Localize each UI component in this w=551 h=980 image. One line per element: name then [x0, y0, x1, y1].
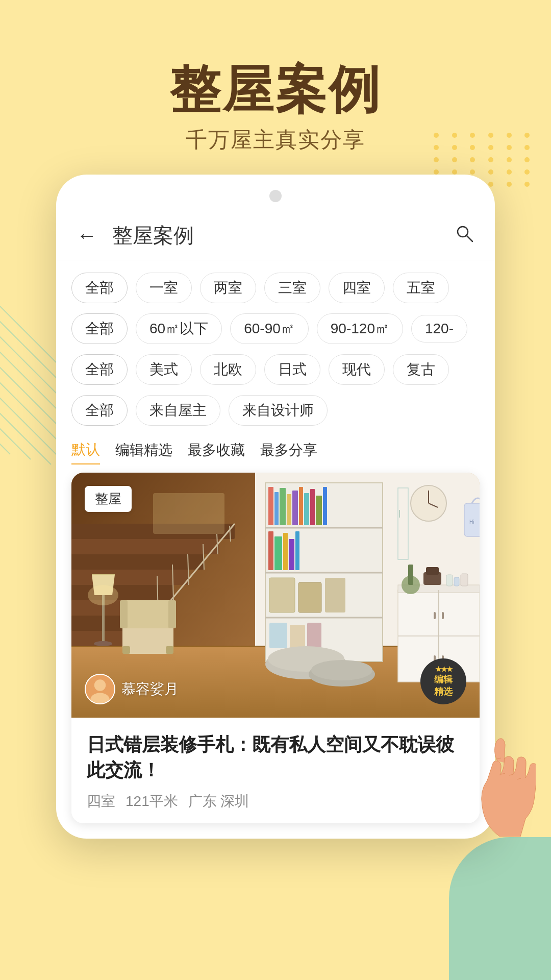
back-button[interactable]: ← — [77, 224, 97, 247]
filter-row-rooms: 全部 一室 两室 三室 四室 五室 — [71, 273, 480, 303]
phone-top-bar — [56, 190, 495, 211]
svg-rect-81 — [454, 577, 459, 586]
card-content: 日式错层装修手札：既有私人空间又不耽误彼此交流！ 四室 121平米 广东 深圳 — [71, 718, 480, 823]
sort-editor[interactable]: 编辑精选 — [115, 436, 172, 464]
svg-rect-19 — [71, 554, 204, 570]
sort-default[interactable]: 默认 — [71, 436, 100, 464]
filter-chip-120plus[interactable]: 120- — [411, 315, 467, 342]
phone-wrapper: ← 整屋案例 全部 一室 两室 三室 四室 五室 — [0, 175, 551, 839]
svg-rect-80 — [446, 575, 453, 586]
svg-rect-82 — [461, 574, 468, 586]
svg-rect-72 — [434, 612, 436, 619]
filter-chip-2room[interactable]: 两室 — [200, 273, 256, 303]
svg-rect-39 — [120, 600, 128, 628]
svg-rect-59 — [283, 533, 288, 570]
filter-chip-4room[interactable]: 四室 — [329, 273, 385, 303]
svg-rect-66 — [290, 625, 305, 648]
svg-rect-47 — [268, 487, 273, 525]
filter-chip-5room[interactable]: 五室 — [393, 273, 449, 303]
filter-chip-60-90[interactable]: 60-90㎡ — [230, 313, 309, 344]
filter-chip-1room[interactable]: 一室 — [136, 273, 192, 303]
main-title: 整屋案例 — [0, 61, 551, 117]
filter-chip-all-3[interactable]: 全部 — [71, 354, 128, 385]
svg-point-96 — [94, 679, 106, 691]
nav-title: 整屋案例 — [112, 222, 454, 250]
card-meta-rooms: 四室 — [87, 792, 115, 811]
svg-rect-55 — [316, 496, 322, 525]
filter-chip-from-designer[interactable]: 来自设计师 — [229, 395, 328, 426]
svg-rect-77 — [408, 565, 413, 585]
svg-rect-79 — [426, 567, 439, 575]
svg-rect-50 — [287, 494, 291, 525]
card-badge: 整屋 — [85, 486, 132, 512]
svg-rect-65 — [269, 623, 287, 648]
sort-most-collected[interactable]: 最多收藏 — [188, 436, 245, 464]
svg-text:|: | — [398, 509, 400, 518]
nav-bar: ← 整屋案例 — [56, 211, 495, 260]
svg-rect-73 — [442, 612, 444, 619]
svg-rect-51 — [292, 491, 298, 525]
sort-most-shared[interactable]: 最多分享 — [260, 436, 317, 464]
phone-mockup: ← 整屋案例 全部 一室 两室 三室 四室 五室 — [56, 175, 495, 839]
svg-rect-60 — [289, 539, 294, 570]
filter-chip-japanese[interactable]: 日式 — [264, 354, 320, 385]
editor-badge-line2: 精选 — [434, 685, 453, 698]
header-section: 整屋案例 千万屋主真实分享 — [0, 0, 551, 175]
svg-rect-54 — [310, 489, 315, 525]
filter-chip-all-2[interactable]: 全部 — [71, 313, 128, 344]
user-info: 慕容娑月 — [85, 674, 179, 704]
filter-chip-from-owner[interactable]: 来自屋主 — [136, 395, 220, 426]
filter-chip-all-1[interactable]: 全部 — [71, 273, 128, 303]
filter-row-style: 全部 美式 北欧 日式 现代 复古 — [71, 354, 480, 385]
hand-pointer — [464, 724, 536, 839]
phone-camera — [269, 190, 282, 202]
filter-chip-american[interactable]: 美式 — [136, 354, 192, 385]
filter-row-area: 全部 60㎡以下 60-90㎡ 90-120㎡ 120- — [71, 313, 480, 344]
svg-rect-56 — [323, 487, 327, 525]
sub-title: 千万屋主真实分享 — [0, 126, 551, 154]
filter-chip-3room[interactable]: 三室 — [264, 273, 320, 303]
sort-row: 默认 编辑精选 最多收藏 最多分享 — [56, 436, 495, 473]
editor-badge-stars: ★★★ — [435, 665, 452, 673]
filter-chip-nordic[interactable]: 北欧 — [200, 354, 256, 385]
svg-point-33 — [94, 641, 112, 646]
svg-rect-52 — [299, 487, 303, 525]
svg-rect-58 — [274, 536, 282, 570]
svg-rect-57 — [268, 531, 273, 570]
svg-line-11 — [466, 235, 472, 241]
svg-rect-67 — [307, 623, 321, 648]
filter-chip-60below[interactable]: 60㎡以下 — [136, 313, 222, 344]
filter-chip-retro[interactable]: 复古 — [393, 354, 449, 385]
svg-rect-20 — [71, 570, 189, 585]
filter-section: 全部 一室 两室 三室 四室 五室 全部 60㎡以下 60-90㎡ 90-120… — [56, 260, 495, 426]
svg-rect-63 — [298, 582, 321, 612]
svg-text:Hi: Hi — [469, 519, 474, 525]
card-meta-area: 121平米 — [126, 792, 178, 811]
card[interactable]: Hi | — [71, 473, 480, 823]
card-image: Hi | — [71, 473, 480, 718]
avatar — [85, 674, 115, 704]
svg-point-36 — [88, 585, 118, 605]
user-name: 慕容娑月 — [121, 679, 179, 699]
filter-chip-all-4[interactable]: 全部 — [71, 395, 128, 426]
svg-rect-94 — [153, 493, 224, 534]
editor-badge-line1: 编辑 — [434, 673, 453, 685]
svg-rect-48 — [274, 492, 279, 525]
bg-decoration-teal — [449, 837, 551, 980]
svg-point-93 — [311, 660, 372, 680]
svg-rect-62 — [269, 578, 295, 612]
search-icon[interactable] — [454, 223, 474, 248]
filter-row-source: 全部 来自屋主 来自设计师 — [71, 395, 480, 426]
card-meta-location: 广东 深圳 — [188, 792, 249, 811]
editor-badge: ★★★ 编辑 精选 — [420, 658, 466, 704]
svg-rect-42 — [166, 646, 173, 654]
svg-rect-38 — [120, 600, 176, 628]
filter-chip-90-120[interactable]: 90-120㎡ — [317, 313, 403, 344]
svg-rect-41 — [122, 646, 130, 654]
svg-rect-64 — [325, 578, 345, 612]
svg-rect-49 — [280, 488, 286, 525]
page-wrapper: 整屋案例 千万屋主真实分享 ← 整屋案例 — [0, 0, 551, 980]
card-title: 日式错层装修手札：既有私人空间又不耽误彼此交流！ — [87, 732, 464, 783]
svg-rect-61 — [295, 531, 299, 570]
filter-chip-modern[interactable]: 现代 — [329, 354, 385, 385]
